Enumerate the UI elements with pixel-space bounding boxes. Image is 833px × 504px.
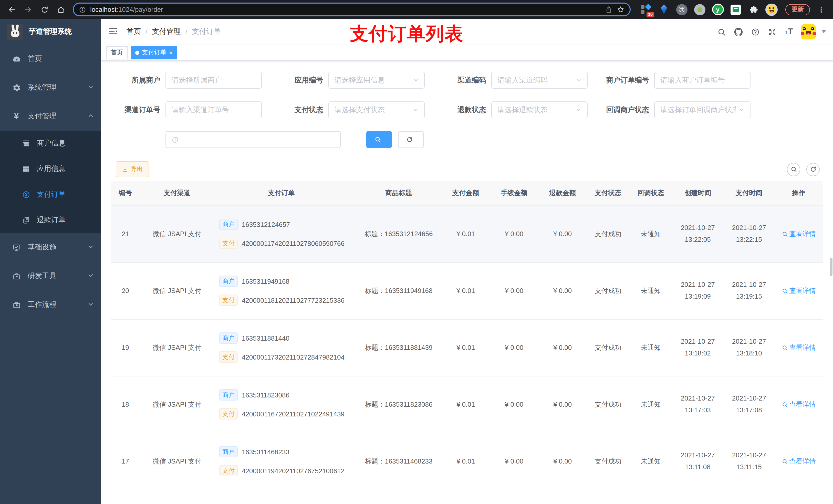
breadcrumb-current: 支付订单 [192, 27, 221, 37]
browser-menu-icon[interactable]: ⋮ [817, 5, 826, 14]
filter-select[interactable]: 请选择订单回调商户状态 [654, 101, 751, 118]
chevron-down-icon [88, 83, 94, 92]
created-time-cell: 2021-10-2713:22:05 [672, 206, 723, 262]
filter-select[interactable]: 请选择退款状态 [491, 101, 588, 118]
sidebar-item-grid[interactable]: 应用信息 [0, 156, 101, 182]
user-avatar[interactable] [801, 24, 816, 40]
extension-chat-icon[interactable] [730, 3, 742, 16]
sidebar-item-toolbox[interactable]: 研发工具 [0, 262, 101, 290]
fee-amount-cell: ¥ 0.00 [490, 376, 539, 433]
close-tab-icon[interactable]: × [169, 49, 173, 55]
view-detail-link[interactable]: 查看详情 [782, 343, 816, 352]
sidebar-item-monitor[interactable]: 基础设施 [0, 233, 101, 262]
extension-record-icon[interactable] [694, 3, 706, 16]
extensions-puzzle-icon[interactable] [747, 3, 760, 16]
user-menu-caret-icon[interactable] [822, 30, 826, 33]
refund-amount-cell: ¥ 0.00 [539, 262, 587, 319]
browser-forward-icon[interactable] [22, 3, 35, 16]
bookmark-star-icon[interactable] [617, 6, 624, 13]
reset-button[interactable] [398, 131, 424, 148]
column-header: 操作 [775, 181, 823, 206]
search-button[interactable] [366, 131, 392, 148]
address-bar[interactable]: localhost:1024/pay/order [73, 3, 630, 16]
filter-input[interactable]: 请输入商户订单编号 [654, 72, 751, 89]
gear-icon [10, 83, 23, 92]
product-title-cell: 标题：1635311949168 [356, 262, 441, 319]
sidebar-item-dashboard[interactable]: 首页 [0, 45, 101, 73]
filter-item: 渠道订单号请输入渠道订单号 [111, 101, 262, 118]
toggle-search-icon[interactable] [787, 163, 800, 176]
profile-avatar-icon[interactable] [765, 3, 778, 16]
tab-home[interactable]: 首页 [106, 46, 127, 59]
sidebar-item-gear[interactable]: 系统管理 [0, 73, 101, 102]
toolbox-icon [10, 272, 23, 281]
date-range-input[interactable] [165, 131, 341, 148]
filter-input[interactable]: 请选择所属商户 [165, 72, 262, 89]
extension-pieces-icon[interactable]: 10 [640, 3, 652, 16]
yen-icon: ¥ [10, 111, 23, 121]
extension-command-icon[interactable]: ⌘ [676, 3, 688, 16]
refresh-icon [406, 136, 413, 143]
sidebar-item-documents[interactable]: 退款订单 [0, 208, 101, 233]
refresh-table-icon[interactable] [806, 163, 820, 176]
pay-tag: 支付 [219, 408, 238, 419]
breadcrumb-home[interactable]: 首页 [126, 27, 141, 37]
browser-reload-icon[interactable] [38, 3, 51, 16]
merchant-tag: 商户 [219, 219, 238, 230]
filter-select[interactable]: 请输入渠道编码 [491, 72, 588, 89]
notify-status-cell: 未通知 [629, 262, 672, 319]
sidebar-item-yen-circle[interactable]: 支付订单 [0, 182, 101, 208]
sidebar-toggle-icon[interactable] [108, 26, 119, 38]
sidebar-item-yen[interactable]: ¥支付管理 [0, 102, 101, 130]
extension-gem-icon[interactable] [658, 3, 670, 16]
merchant-tag: 商户 [219, 332, 238, 344]
sidebar-item-shop[interactable]: 商户信息 [0, 130, 101, 156]
filter-input[interactable]: 请输入渠道订单号 [165, 101, 262, 118]
column-header: 支付渠道 [147, 181, 207, 206]
share-icon[interactable] [605, 6, 613, 13]
site-info-icon[interactable] [79, 6, 86, 13]
pay-order-cell: 商户1635311251736 [207, 490, 356, 504]
view-detail-link[interactable]: 查看详情 [782, 286, 816, 295]
sidebar-item-toolbox[interactable]: 工作流程 [0, 290, 101, 319]
filter-select[interactable]: 请选择应用信息 [328, 72, 425, 89]
browser-update-button[interactable]: 更新 [785, 4, 810, 15]
pay-tag: 支付 [219, 465, 238, 476]
browser-home-icon[interactable] [54, 3, 68, 16]
browser-back-icon[interactable] [5, 3, 19, 16]
extension-y-icon[interactable]: y [712, 3, 724, 16]
view-detail-link[interactable]: 查看详情 [782, 400, 816, 409]
view-detail-link[interactable]: 查看详情 [782, 229, 816, 238]
chevron-down-icon [88, 243, 94, 251]
export-button[interactable]: 导出 [116, 161, 149, 177]
fullscreen-icon[interactable] [768, 27, 777, 37]
filter-item: 退款状态请选择退款状态 [437, 101, 588, 118]
action-cell [775, 490, 823, 504]
tab-pay-order[interactable]: 支付订单× [130, 46, 177, 59]
sidebar: 芋道管理系统 首页系统管理¥支付管理商户信息应用信息支付订单退款订单基础设施研发… [0, 19, 101, 504]
product-title: 标题：1635311823086 [365, 400, 432, 408]
filter-item-date [111, 131, 341, 148]
paid-time-cell: 2021-10-2713:17:08 [723, 376, 775, 433]
app-logo[interactable]: 芋道管理系统 [0, 19, 101, 45]
created-time-cell: 2021-10-2713:18:02 [672, 319, 723, 376]
view-detail-link[interactable]: 查看详情 [782, 457, 816, 466]
breadcrumb-pay-management[interactable]: 支付管理 [152, 27, 181, 37]
filter-label: 退款状态 [437, 105, 491, 115]
fee-amount-cell [490, 490, 539, 504]
magnifier-icon [782, 231, 788, 237]
help-icon[interactable] [751, 27, 760, 37]
paid-time-cell: 2021-10-2713:18:10 [723, 319, 775, 376]
logo-image [7, 24, 23, 40]
refund-amount-cell: ¥ 0.00 [539, 206, 587, 262]
github-icon[interactable] [734, 27, 743, 37]
filter-select[interactable]: 请选择支付状态 [328, 101, 425, 118]
font-size-icon[interactable]: TT [785, 27, 793, 37]
extension-badge: 10 [646, 11, 654, 17]
tags-view-bar: 首页支付订单× [101, 45, 833, 61]
header-search-icon[interactable] [717, 27, 726, 37]
window-scrollbar[interactable] [830, 258, 832, 276]
pay-channel-cell: 微信 JSAPI 支付 [147, 206, 207, 262]
created-time-cell: 2021-10-2713:11:08 [672, 433, 723, 490]
order-id-cell: 20 [111, 262, 147, 319]
